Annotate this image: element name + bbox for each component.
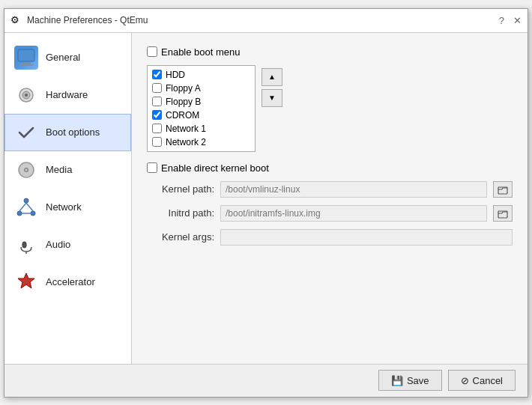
boot-list-box: HDD Floppy A Floppy B CDROM	[147, 65, 256, 152]
sidebar-label-media: Media	[46, 164, 72, 175]
sidebar: General Hardware	[4, 33, 132, 364]
svg-point-8	[25, 168, 28, 171]
sidebar-item-accelerator[interactable]: Accelerator	[4, 264, 131, 301]
sidebar-label-boot: Boot options	[46, 127, 100, 138]
arrow-down-button[interactable]: ▼	[262, 89, 282, 107]
kernel-args-label: Kernel args:	[147, 231, 214, 243]
kernel-path-browse-button[interactable]	[493, 181, 513, 198]
boot-cdrom-checkbox[interactable]	[152, 110, 162, 120]
enable-direct-kernel-label[interactable]: Enable direct kernel boot	[147, 162, 269, 174]
save-label: Save	[407, 375, 429, 386]
boot-hdd-label: HDD	[166, 70, 185, 80]
kernel-path-input[interactable]	[220, 181, 487, 198]
svg-rect-2	[19, 64, 33, 66]
boot-list-item-cdrom[interactable]: CDROM	[148, 109, 255, 122]
boot-hdd-checkbox[interactable]	[152, 70, 162, 79]
cancel-icon: ⊘	[461, 375, 469, 386]
close-button[interactable]: ✕	[513, 16, 522, 25]
initrd-path-browse-button[interactable]	[493, 205, 513, 222]
sidebar-item-media[interactable]: Media	[4, 151, 131, 189]
boot-floppy-b-label: Floppy B	[166, 97, 201, 107]
boot-icon	[14, 121, 38, 144]
svg-point-5	[25, 94, 28, 97]
sidebar-label-audio: Audio	[46, 239, 70, 250]
sidebar-label-network: Network	[46, 201, 82, 213]
general-icon	[14, 46, 38, 70]
boot-cdrom-label: CDROM	[166, 110, 199, 121]
footer: 💾 Save ⊘ Cancel	[4, 364, 528, 397]
enable-direct-kernel-text: Enable direct kernel boot	[161, 162, 269, 174]
boot-network1-checkbox[interactable]	[152, 124, 162, 133]
boot-network2-label: Network 2	[166, 137, 206, 147]
window-title: Machine Preferences - QtEmu	[27, 15, 148, 25]
enable-direct-kernel-checkbox[interactable]	[147, 162, 157, 173]
kernel-path-row: Kernel path:	[147, 181, 513, 198]
sidebar-label-general: General	[46, 52, 80, 63]
main-panel: Enable boot menu HDD Floppy A	[132, 33, 528, 364]
svg-point-9	[24, 198, 28, 203]
enable-boot-menu-row: Enable boot menu	[147, 46, 513, 58]
kernel-args-row: Kernel args:	[147, 229, 513, 246]
titlebar: ⚙ Machine Preferences - QtEmu ? ✕	[4, 9, 528, 33]
sidebar-label-hardware: Hardware	[46, 89, 88, 100]
boot-list-item-hdd[interactable]: HDD	[148, 68, 255, 82]
cancel-label: Cancel	[473, 375, 503, 386]
enable-boot-menu-label[interactable]: Enable boot menu	[147, 46, 241, 58]
content-area: General Hardware	[4, 33, 528, 364]
boot-floppy-b-checkbox[interactable]	[152, 97, 162, 106]
titlebar-controls: ? ✕	[499, 16, 522, 25]
svg-marker-17	[18, 273, 34, 288]
initrd-path-row: Initrd path:	[147, 205, 513, 222]
audio-icon	[14, 233, 38, 257]
enable-boot-menu-checkbox[interactable]	[147, 46, 157, 57]
sidebar-item-hardware[interactable]: Hardware	[4, 76, 131, 114]
sidebar-item-general[interactable]: General	[4, 39, 131, 76]
svg-line-12	[19, 203, 26, 211]
kernel-args-input[interactable]	[220, 229, 513, 246]
titlebar-left: ⚙ Machine Preferences - QtEmu	[10, 14, 148, 26]
main-window: ⚙ Machine Preferences - QtEmu ? ✕ Genera…	[4, 8, 528, 398]
kernel-path-label: Kernel path:	[147, 183, 214, 195]
boot-network2-checkbox[interactable]	[152, 137, 162, 147]
boot-list-area: HDD Floppy A Floppy B CDROM	[147, 65, 513, 152]
network-icon	[14, 195, 38, 219]
svg-rect-15	[22, 242, 26, 248]
sidebar-label-accelerator: Accelerator	[46, 276, 95, 287]
svg-line-13	[26, 203, 33, 211]
initrd-path-input[interactable]	[220, 205, 487, 222]
app-icon: ⚙	[10, 14, 22, 26]
arrow-up-button[interactable]: ▲	[262, 68, 282, 86]
media-icon	[14, 158, 38, 182]
accelerator-icon	[14, 270, 38, 294]
sidebar-item-boot-options[interactable]: Boot options	[4, 114, 131, 151]
enable-boot-menu-text: Enable boot menu	[161, 46, 241, 58]
boot-list-item-network1[interactable]: Network 1	[148, 122, 255, 135]
sidebar-item-network[interactable]: Network	[4, 189, 131, 226]
hardware-icon	[14, 83, 38, 107]
initrd-path-label: Initrd path:	[147, 207, 214, 219]
boot-list-item-network2[interactable]: Network 2	[148, 135, 255, 149]
boot-list-item-floppy-a[interactable]: Floppy A	[148, 82, 255, 95]
enable-kernel-row: Enable direct kernel boot	[147, 162, 513, 174]
cancel-button[interactable]: ⊘ Cancel	[448, 370, 516, 391]
svg-rect-1	[22, 62, 31, 64]
boot-floppy-a-label: Floppy A	[166, 83, 201, 94]
save-button[interactable]: 💾 Save	[378, 370, 442, 391]
help-button[interactable]: ?	[499, 16, 504, 25]
boot-floppy-a-checkbox[interactable]	[152, 83, 162, 93]
sidebar-item-audio[interactable]: Audio	[4, 226, 131, 264]
arrow-buttons: ▲ ▼	[262, 68, 282, 107]
boot-network1-label: Network 1	[166, 124, 206, 134]
save-icon: 💾	[391, 375, 403, 386]
svg-rect-0	[18, 49, 34, 61]
boot-list-item-floppy-b[interactable]: Floppy B	[148, 95, 255, 109]
